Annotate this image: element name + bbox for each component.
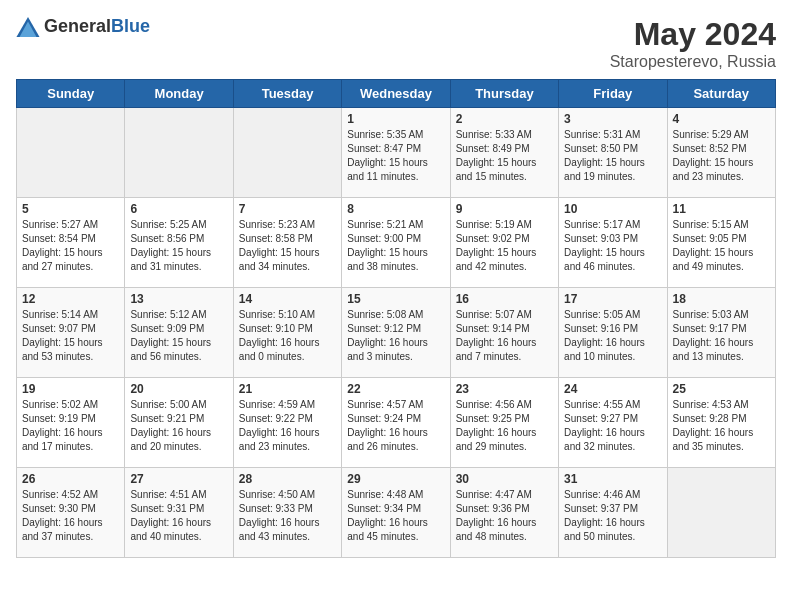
day-number: 25 (673, 382, 770, 396)
day-info: Sunrise: 5:02 AM Sunset: 9:19 PM Dayligh… (22, 398, 119, 454)
calendar-day-cell: 15Sunrise: 5:08 AM Sunset: 9:12 PM Dayli… (342, 288, 450, 378)
calendar-day-cell: 30Sunrise: 4:47 AM Sunset: 9:36 PM Dayli… (450, 468, 558, 558)
calendar-day-cell: 4Sunrise: 5:29 AM Sunset: 8:52 PM Daylig… (667, 108, 775, 198)
day-info: Sunrise: 5:33 AM Sunset: 8:49 PM Dayligh… (456, 128, 553, 184)
day-info: Sunrise: 4:56 AM Sunset: 9:25 PM Dayligh… (456, 398, 553, 454)
day-info: Sunrise: 5:15 AM Sunset: 9:05 PM Dayligh… (673, 218, 770, 274)
day-number: 1 (347, 112, 444, 126)
weekday-header: Thursday (450, 80, 558, 108)
calendar-day-cell: 8Sunrise: 5:21 AM Sunset: 9:00 PM Daylig… (342, 198, 450, 288)
calendar-week-row: 12Sunrise: 5:14 AM Sunset: 9:07 PM Dayli… (17, 288, 776, 378)
day-info: Sunrise: 5:31 AM Sunset: 8:50 PM Dayligh… (564, 128, 661, 184)
day-number: 4 (673, 112, 770, 126)
day-number: 27 (130, 472, 227, 486)
calendar-day-cell: 11Sunrise: 5:15 AM Sunset: 9:05 PM Dayli… (667, 198, 775, 288)
day-number: 11 (673, 202, 770, 216)
day-number: 19 (22, 382, 119, 396)
logo-icon (16, 17, 40, 37)
calendar-day-cell: 29Sunrise: 4:48 AM Sunset: 9:34 PM Dayli… (342, 468, 450, 558)
day-info: Sunrise: 5:17 AM Sunset: 9:03 PM Dayligh… (564, 218, 661, 274)
logo: GeneralBlue (16, 16, 150, 37)
day-info: Sunrise: 5:00 AM Sunset: 9:21 PM Dayligh… (130, 398, 227, 454)
day-number: 15 (347, 292, 444, 306)
day-info: Sunrise: 4:50 AM Sunset: 9:33 PM Dayligh… (239, 488, 336, 544)
day-info: Sunrise: 5:12 AM Sunset: 9:09 PM Dayligh… (130, 308, 227, 364)
day-number: 23 (456, 382, 553, 396)
weekday-header: Tuesday (233, 80, 341, 108)
day-info: Sunrise: 4:53 AM Sunset: 9:28 PM Dayligh… (673, 398, 770, 454)
day-number: 30 (456, 472, 553, 486)
day-number: 20 (130, 382, 227, 396)
day-number: 2 (456, 112, 553, 126)
calendar-day-cell: 28Sunrise: 4:50 AM Sunset: 9:33 PM Dayli… (233, 468, 341, 558)
day-number: 16 (456, 292, 553, 306)
calendar-day-cell: 21Sunrise: 4:59 AM Sunset: 9:22 PM Dayli… (233, 378, 341, 468)
logo-blue: Blue (111, 16, 150, 36)
calendar-day-cell (233, 108, 341, 198)
weekday-header: Saturday (667, 80, 775, 108)
day-number: 22 (347, 382, 444, 396)
calendar-day-cell: 16Sunrise: 5:07 AM Sunset: 9:14 PM Dayli… (450, 288, 558, 378)
calendar-day-cell: 3Sunrise: 5:31 AM Sunset: 8:50 PM Daylig… (559, 108, 667, 198)
day-info: Sunrise: 4:52 AM Sunset: 9:30 PM Dayligh… (22, 488, 119, 544)
day-number: 10 (564, 202, 661, 216)
day-info: Sunrise: 5:05 AM Sunset: 9:16 PM Dayligh… (564, 308, 661, 364)
day-number: 3 (564, 112, 661, 126)
day-number: 28 (239, 472, 336, 486)
day-info: Sunrise: 4:51 AM Sunset: 9:31 PM Dayligh… (130, 488, 227, 544)
calendar-day-cell: 6Sunrise: 5:25 AM Sunset: 8:56 PM Daylig… (125, 198, 233, 288)
day-info: Sunrise: 4:48 AM Sunset: 9:34 PM Dayligh… (347, 488, 444, 544)
day-number: 14 (239, 292, 336, 306)
day-number: 6 (130, 202, 227, 216)
calendar-body: 1Sunrise: 5:35 AM Sunset: 8:47 PM Daylig… (17, 108, 776, 558)
calendar-day-cell: 13Sunrise: 5:12 AM Sunset: 9:09 PM Dayli… (125, 288, 233, 378)
calendar-day-cell: 20Sunrise: 5:00 AM Sunset: 9:21 PM Dayli… (125, 378, 233, 468)
calendar-day-cell: 18Sunrise: 5:03 AM Sunset: 9:17 PM Dayli… (667, 288, 775, 378)
day-info: Sunrise: 5:19 AM Sunset: 9:02 PM Dayligh… (456, 218, 553, 274)
calendar-day-cell (667, 468, 775, 558)
weekday-header: Monday (125, 80, 233, 108)
logo-general: General (44, 16, 111, 36)
calendar-table: SundayMondayTuesdayWednesdayThursdayFrid… (16, 79, 776, 558)
day-number: 24 (564, 382, 661, 396)
calendar-day-cell (125, 108, 233, 198)
day-info: Sunrise: 5:23 AM Sunset: 8:58 PM Dayligh… (239, 218, 336, 274)
calendar-day-cell (17, 108, 125, 198)
title-block: May 2024 Staropesterevo, Russia (610, 16, 776, 71)
calendar-week-row: 26Sunrise: 4:52 AM Sunset: 9:30 PM Dayli… (17, 468, 776, 558)
calendar-day-cell: 25Sunrise: 4:53 AM Sunset: 9:28 PM Dayli… (667, 378, 775, 468)
day-number: 21 (239, 382, 336, 396)
day-number: 13 (130, 292, 227, 306)
subtitle: Staropesterevo, Russia (610, 53, 776, 71)
main-title: May 2024 (610, 16, 776, 53)
calendar-day-cell: 1Sunrise: 5:35 AM Sunset: 8:47 PM Daylig… (342, 108, 450, 198)
day-info: Sunrise: 4:57 AM Sunset: 9:24 PM Dayligh… (347, 398, 444, 454)
calendar-week-row: 1Sunrise: 5:35 AM Sunset: 8:47 PM Daylig… (17, 108, 776, 198)
calendar-week-row: 19Sunrise: 5:02 AM Sunset: 9:19 PM Dayli… (17, 378, 776, 468)
day-info: Sunrise: 5:27 AM Sunset: 8:54 PM Dayligh… (22, 218, 119, 274)
day-number: 5 (22, 202, 119, 216)
day-info: Sunrise: 5:35 AM Sunset: 8:47 PM Dayligh… (347, 128, 444, 184)
calendar-header: SundayMondayTuesdayWednesdayThursdayFrid… (17, 80, 776, 108)
calendar-day-cell: 2Sunrise: 5:33 AM Sunset: 8:49 PM Daylig… (450, 108, 558, 198)
day-number: 31 (564, 472, 661, 486)
day-number: 9 (456, 202, 553, 216)
calendar-day-cell: 19Sunrise: 5:02 AM Sunset: 9:19 PM Dayli… (17, 378, 125, 468)
day-info: Sunrise: 4:59 AM Sunset: 9:22 PM Dayligh… (239, 398, 336, 454)
day-info: Sunrise: 5:03 AM Sunset: 9:17 PM Dayligh… (673, 308, 770, 364)
calendar-day-cell: 27Sunrise: 4:51 AM Sunset: 9:31 PM Dayli… (125, 468, 233, 558)
day-info: Sunrise: 5:21 AM Sunset: 9:00 PM Dayligh… (347, 218, 444, 274)
day-number: 29 (347, 472, 444, 486)
calendar-day-cell: 7Sunrise: 5:23 AM Sunset: 8:58 PM Daylig… (233, 198, 341, 288)
calendar-day-cell: 26Sunrise: 4:52 AM Sunset: 9:30 PM Dayli… (17, 468, 125, 558)
day-info: Sunrise: 4:46 AM Sunset: 9:37 PM Dayligh… (564, 488, 661, 544)
day-number: 12 (22, 292, 119, 306)
calendar-day-cell: 5Sunrise: 5:27 AM Sunset: 8:54 PM Daylig… (17, 198, 125, 288)
calendar-day-cell: 23Sunrise: 4:56 AM Sunset: 9:25 PM Dayli… (450, 378, 558, 468)
weekday-header: Sunday (17, 80, 125, 108)
calendar-week-row: 5Sunrise: 5:27 AM Sunset: 8:54 PM Daylig… (17, 198, 776, 288)
day-number: 7 (239, 202, 336, 216)
calendar-day-cell: 14Sunrise: 5:10 AM Sunset: 9:10 PM Dayli… (233, 288, 341, 378)
day-info: Sunrise: 5:25 AM Sunset: 8:56 PM Dayligh… (130, 218, 227, 274)
calendar-day-cell: 12Sunrise: 5:14 AM Sunset: 9:07 PM Dayli… (17, 288, 125, 378)
